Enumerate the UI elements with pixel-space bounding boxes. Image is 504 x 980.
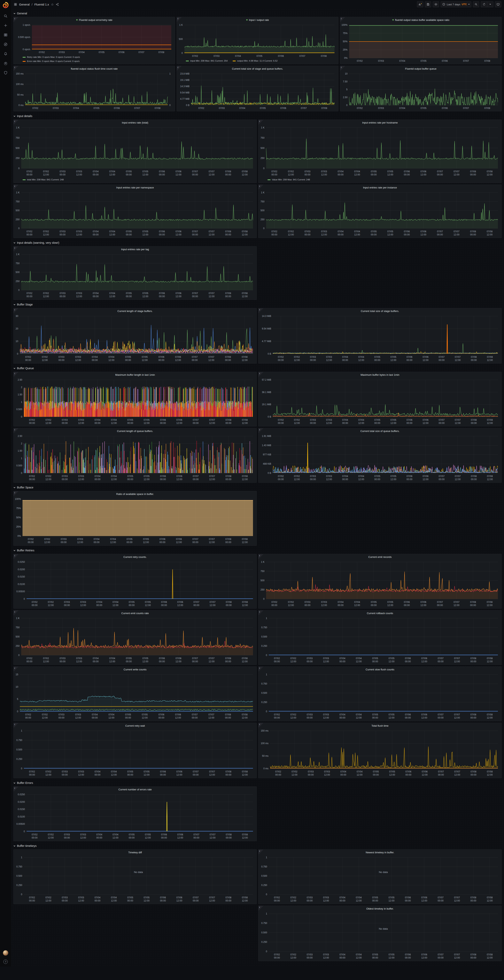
panel-title[interactable]: Input entries rate per namespace [14, 185, 257, 190]
panel-title[interactable]: Current retry counts. [14, 554, 257, 560]
section-header[interactable]: Input details [13, 113, 502, 119]
panel-title[interactable]: ♥Input / output rate [177, 17, 338, 22]
panel-chart[interactable]: 2.5021.5010.500007/0200:0007/0212:0007/0… [14, 434, 256, 482]
panel-chart[interactable]: 10.7500.5000.250007/0200:0007/0212:0007/… [14, 729, 256, 778]
panel-chart[interactable]: 1 K750500250007/0200:0007/0212:0007/0300… [258, 190, 501, 237]
panel-title[interactable]: Current number of errors rate [14, 787, 257, 792]
panel-info-icon[interactable]: i [258, 610, 263, 615]
panel-title[interactable]: Input entries rate per tag [14, 247, 257, 252]
refresh-button[interactable] [481, 2, 487, 7]
breadcrumb-dashboard[interactable]: Fluentd 1.x [35, 3, 49, 6]
panel-chart[interactable]: 10.7500.5000.250007/0200:0007/0212:0007/… [258, 855, 501, 904]
panel-chart[interactable]: 23.8 MiB19.1 MiB14.3 MiB9.54 MiB4.77 MiB… [177, 72, 338, 111]
panel-info-icon[interactable]: i [14, 610, 19, 615]
legend-item[interactable]: total Min: 208 Max: 841 Current: 248 [22, 178, 64, 181]
panel-chart[interactable]: 10.7500.5000.250007/0200:0007/0212:0007/… [258, 616, 501, 664]
add-panel-button[interactable] [417, 2, 423, 7]
panel-chart[interactable]: 10.7500.5000.250007/0200:0007/0212:0007/… [258, 912, 501, 961]
refresh-interval-button[interactable] [487, 2, 493, 7]
save-dashboard-button[interactable] [425, 2, 431, 7]
section-header[interactable]: Buffer Retries [13, 547, 502, 554]
panel-chart[interactable]: 302010007/0200:0007/0212:0007/0300:0007/… [14, 314, 256, 363]
search-icon[interactable] [3, 14, 8, 18]
panel-title[interactable]: Input entries rate (total) [14, 120, 257, 125]
legend-item[interactable]: input Min: 208 Max: 841 Current: 254 [186, 59, 228, 63]
panel-info-icon[interactable]: i [258, 185, 263, 189]
panel-info-icon[interactable]: i [14, 66, 19, 71]
panel-title[interactable]: Input entries rate per hostname [258, 120, 501, 125]
section-header[interactable]: General [13, 10, 502, 16]
panel-chart[interactable]: 1 ops/s0.500 ops/s0 ops/s07/0207/0307/04… [14, 22, 174, 55]
panel-chart[interactable]: 57.2 MiB38.1 MiB19.1 MiB0 B07/0200:0007/… [258, 377, 501, 426]
panel-info-icon[interactable]: i [258, 850, 263, 854]
panel-title[interactable]: ♥fluentd output status buffer available … [340, 17, 501, 22]
panel-title[interactable]: Current emit counts rate [14, 610, 257, 616]
breadcrumb-folder[interactable]: General [19, 3, 30, 6]
panel-info-icon[interactable]: i [14, 491, 19, 496]
panel-info-icon[interactable]: i [14, 120, 19, 125]
panel-info-icon[interactable]: i [340, 17, 345, 22]
panel-chart[interactable]: 15105007/0200:0007/0212:0007/0300:0007/0… [14, 672, 256, 721]
legend-item[interactable]: Error rate Min: 0 ops/s Max: 0 ops/s Cur… [22, 59, 173, 63]
panel-chart[interactable]: 2.5021.5010.500007/0200:0007/0212:0007/0… [14, 377, 256, 426]
panel-title[interactable]: Current rollback counts [258, 610, 501, 616]
panel-title[interactable]: Current total size of queue buffers. [258, 428, 501, 434]
panel-chart[interactable]: 150 ms100 ms50 ms0 ms07/0200:0007/0212:0… [258, 729, 501, 778]
panel-title[interactable]: Current emit records [258, 554, 501, 560]
panel-title[interactable]: Fluentd output buffer queue [340, 66, 501, 72]
panel-info-icon[interactable]: i [14, 308, 19, 313]
panel-chart[interactable]: 100%75%50%25%0%07/0200:0007/0212:0007/03… [14, 497, 256, 545]
panel-chart[interactable]: 0.02500.02000.01500.01000.00500007/0200:… [14, 792, 256, 840]
panel-title[interactable]: Current slow flush counts [258, 667, 501, 672]
panel-info-icon[interactable]: i [14, 667, 19, 671]
panel-title[interactable]: Current write counts [14, 667, 257, 672]
panel-info-icon[interactable]: i [177, 17, 182, 22]
panel-info-icon[interactable]: i [258, 372, 263, 377]
section-header[interactable]: Buffer Stage [13, 301, 502, 308]
time-range-picker[interactable]: Last 7 days UTC [440, 2, 471, 7]
panel-title[interactable]: Oldest timekey in buffer. [258, 906, 501, 912]
add-icon[interactable] [3, 23, 8, 27]
panel-info-icon[interactable]: i [14, 185, 19, 189]
dashboard-grid-icon[interactable] [14, 3, 17, 6]
panel-title[interactable]: Current length of queue buffers. [14, 428, 257, 434]
panel-title[interactable]: Timekey diff [14, 850, 257, 855]
panel-title[interactable]: Ratio of available space in buffer. [14, 491, 257, 497]
panel-chart[interactable]: 1 K750500250007/0200:0007/0212:0007/0300… [14, 252, 256, 299]
panel-chart[interactable]: 1.91 MiB1.43 MiB977 KiB488 KiB0 B07/0200… [258, 434, 501, 482]
section-header[interactable]: Input details (warning, very slow!) [13, 240, 502, 246]
panel-info-icon[interactable]: i [14, 17, 19, 22]
help-icon[interactable]: ? [3, 959, 8, 964]
panel-title[interactable]: Current length of stage buffers. [14, 308, 257, 314]
panel-chart[interactable]: 107.5052.50007/0207/0307/0407/0507/0607/… [340, 72, 501, 111]
panel-chart[interactable]: 1 K500007/0207/0307/0407/0507/0607/0707/… [177, 22, 338, 59]
kiosk-mode-button[interactable] [495, 2, 501, 7]
section-header[interactable]: Buffer timekeys [13, 843, 502, 849]
panel-info-icon[interactable]: i [177, 66, 182, 71]
panel-chart[interactable]: 14.3 MiB9.54 MiB4.77 MiB0 B07/0200:0007/… [258, 314, 501, 363]
panel-title[interactable]: Maximum buffer length in last 1min [14, 372, 257, 377]
panel-info-icon[interactable]: i [14, 554, 19, 559]
grafana-logo[interactable] [0, 0, 11, 10]
panel-title[interactable]: Maximum buffer bytes in last 1min [258, 372, 501, 377]
panel-info-icon[interactable]: i [14, 428, 19, 433]
panel-chart[interactable]: 100%75%50%25%0%07/0207/0307/0407/0507/06… [340, 22, 501, 64]
user-avatar[interactable] [3, 950, 8, 956]
panel-info-icon[interactable]: i [258, 120, 263, 125]
panel-title[interactable]: Newest timekey in buffer. [258, 850, 501, 855]
panel-chart[interactable]: 1 K750500250007/0200:0007/0212:0007/0300… [258, 125, 501, 177]
panel-info-icon[interactable]: i [258, 554, 263, 559]
panel-chart[interactable]: 1 K750500250007/0200:0007/0212:0007/0300… [14, 616, 256, 664]
panel-chart[interactable]: 1 K750500250007/0200:0007/0212:0007/0300… [258, 560, 501, 608]
panel-chart[interactable]: 1 K750500250007/0200:0007/0212:0007/0300… [14, 125, 256, 177]
legend-item[interactable]: Value Min: 208 Max: 841 Current: 248 [268, 178, 310, 181]
panel-info-icon[interactable]: i [14, 787, 19, 792]
dashboard-settings-button[interactable] [433, 2, 439, 7]
zoom-out-button[interactable] [473, 2, 479, 7]
legend-item[interactable]: Retry rate Min: 0 ops/s Max: 0 ops/s Cur… [22, 55, 173, 59]
legend-item[interactable]: output Min: 4.98 Max: 11.4 Current: 6.52 [233, 59, 278, 63]
configuration-icon[interactable] [3, 61, 8, 65]
panel-info-icon[interactable]: i [258, 667, 263, 671]
panel-title[interactable]: ♥Fluentd output error/retry rate [14, 17, 175, 22]
server-admin-icon[interactable] [3, 70, 8, 75]
